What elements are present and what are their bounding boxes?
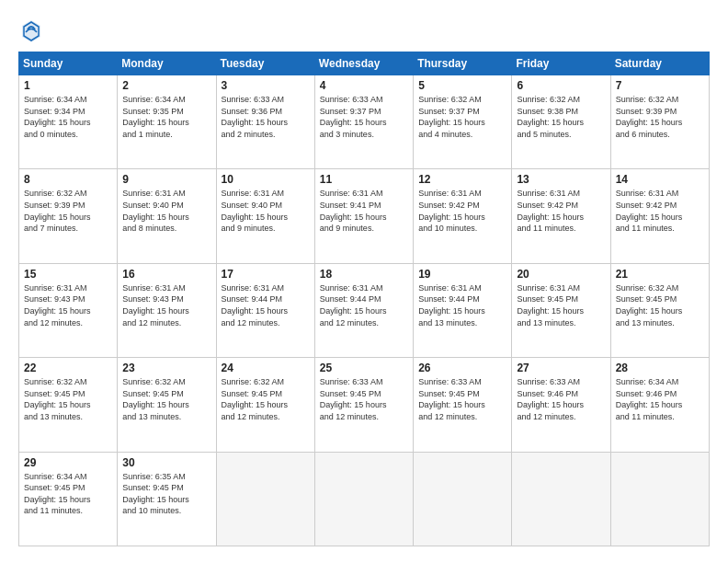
day-number: 2 — [122, 79, 210, 92]
day-info: Sunrise: 6:32 AMSunset: 9:45 PMDaylight:… — [24, 376, 112, 422]
col-friday: Friday — [512, 52, 610, 75]
table-row: 23Sunrise: 6:32 AMSunset: 9:45 PMDayligh… — [118, 358, 216, 452]
day-info: Sunrise: 6:32 AMSunset: 9:45 PMDaylight:… — [122, 376, 210, 422]
day-info: Sunrise: 6:31 AMSunset: 9:45 PMDaylight:… — [517, 282, 605, 328]
table-row: 25Sunrise: 6:33 AMSunset: 9:45 PMDayligh… — [314, 358, 413, 452]
col-wednesday: Wednesday — [314, 52, 413, 75]
day-number: 26 — [418, 362, 506, 374]
day-number: 28 — [616, 362, 704, 374]
day-info: Sunrise: 6:31 AMSunset: 9:42 PMDaylight:… — [517, 188, 605, 234]
day-info: Sunrise: 6:32 AMSunset: 9:39 PMDaylight:… — [24, 188, 112, 234]
table-row — [512, 452, 610, 546]
day-number: 29 — [24, 456, 112, 469]
table-row: 20Sunrise: 6:31 AMSunset: 9:45 PMDayligh… — [512, 263, 610, 357]
calendar-week-5: 29Sunrise: 6:34 AMSunset: 9:45 PMDayligh… — [19, 452, 710, 546]
day-info: Sunrise: 6:34 AMSunset: 9:34 PMDaylight:… — [24, 94, 112, 140]
calendar-header-row: Sunday Monday Tuesday Wednesday Thursday… — [19, 52, 710, 75]
table-row: 3Sunrise: 6:33 AMSunset: 9:36 PMDaylight… — [216, 75, 314, 169]
day-info: Sunrise: 6:33 AMSunset: 9:36 PMDaylight:… — [222, 94, 310, 140]
day-info: Sunrise: 6:35 AMSunset: 9:45 PMDaylight:… — [122, 471, 210, 517]
svg-marker-0 — [22, 20, 40, 42]
table-row: 13Sunrise: 6:31 AMSunset: 9:42 PMDayligh… — [512, 169, 610, 263]
day-number: 20 — [517, 268, 605, 281]
calendar-week-4: 22Sunrise: 6:32 AMSunset: 9:45 PMDayligh… — [19, 358, 710, 452]
day-number: 3 — [222, 79, 310, 92]
day-number: 24 — [222, 362, 310, 374]
day-info: Sunrise: 6:31 AMSunset: 9:42 PMDaylight:… — [616, 188, 704, 234]
day-number: 17 — [222, 268, 310, 281]
table-row: 16Sunrise: 6:31 AMSunset: 9:43 PMDayligh… — [118, 263, 216, 357]
day-number: 25 — [320, 362, 408, 374]
day-number: 1 — [24, 79, 112, 92]
day-number: 23 — [122, 362, 210, 374]
day-info: Sunrise: 6:32 AMSunset: 9:38 PMDaylight:… — [517, 94, 605, 140]
table-row: 18Sunrise: 6:31 AMSunset: 9:44 PMDayligh… — [314, 263, 413, 357]
day-info: Sunrise: 6:31 AMSunset: 9:44 PMDaylight:… — [222, 282, 310, 328]
table-row: 15Sunrise: 6:31 AMSunset: 9:43 PMDayligh… — [19, 263, 118, 357]
day-number: 12 — [418, 173, 506, 186]
day-number: 18 — [320, 268, 408, 281]
day-info: Sunrise: 6:31 AMSunset: 9:40 PMDaylight:… — [122, 188, 210, 234]
table-row: 1Sunrise: 6:34 AMSunset: 9:34 PMDaylight… — [19, 75, 118, 169]
day-number: 11 — [320, 173, 408, 186]
calendar-week-3: 15Sunrise: 6:31 AMSunset: 9:43 PMDayligh… — [19, 263, 710, 357]
day-info: Sunrise: 6:34 AMSunset: 9:46 PMDaylight:… — [616, 376, 704, 422]
day-number: 6 — [517, 79, 605, 92]
col-monday: Monday — [118, 52, 216, 75]
calendar-table: Sunday Monday Tuesday Wednesday Thursday… — [18, 52, 710, 546]
header — [18, 17, 710, 42]
calendar-week-1: 1Sunrise: 6:34 AMSunset: 9:34 PMDaylight… — [19, 75, 710, 169]
table-row: 12Sunrise: 6:31 AMSunset: 9:42 PMDayligh… — [414, 169, 512, 263]
table-row: 24Sunrise: 6:32 AMSunset: 9:45 PMDayligh… — [216, 358, 314, 452]
table-row: 8Sunrise: 6:32 AMSunset: 9:39 PMDaylight… — [19, 169, 118, 263]
day-info: Sunrise: 6:31 AMSunset: 9:42 PMDaylight:… — [418, 188, 506, 234]
day-number: 14 — [616, 173, 704, 186]
col-saturday: Saturday — [610, 52, 709, 75]
day-number: 21 — [616, 268, 704, 281]
day-number: 30 — [122, 456, 210, 469]
day-info: Sunrise: 6:33 AMSunset: 9:37 PMDaylight:… — [320, 94, 408, 140]
day-info: Sunrise: 6:32 AMSunset: 9:45 PMDaylight:… — [222, 376, 310, 422]
page: Sunday Monday Tuesday Wednesday Thursday… — [0, 0, 728, 563]
day-number: 5 — [418, 79, 506, 92]
table-row: 27Sunrise: 6:33 AMSunset: 9:46 PMDayligh… — [512, 358, 610, 452]
day-info: Sunrise: 6:31 AMSunset: 9:44 PMDaylight:… — [418, 282, 506, 328]
day-info: Sunrise: 6:32 AMSunset: 9:39 PMDaylight:… — [616, 94, 704, 140]
day-info: Sunrise: 6:32 AMSunset: 9:45 PMDaylight:… — [616, 282, 704, 328]
table-row: 14Sunrise: 6:31 AMSunset: 9:42 PMDayligh… — [610, 169, 709, 263]
table-row: 17Sunrise: 6:31 AMSunset: 9:44 PMDayligh… — [216, 263, 314, 357]
day-info: Sunrise: 6:31 AMSunset: 9:43 PMDaylight:… — [122, 282, 210, 328]
day-number: 7 — [616, 79, 704, 92]
day-number: 10 — [222, 173, 310, 186]
table-row: 22Sunrise: 6:32 AMSunset: 9:45 PMDayligh… — [19, 358, 118, 452]
table-row: 6Sunrise: 6:32 AMSunset: 9:38 PMDaylight… — [512, 75, 610, 169]
table-row — [314, 452, 413, 546]
table-row: 28Sunrise: 6:34 AMSunset: 9:46 PMDayligh… — [610, 358, 709, 452]
table-row: 4Sunrise: 6:33 AMSunset: 9:37 PMDaylight… — [314, 75, 413, 169]
table-row: 26Sunrise: 6:33 AMSunset: 9:45 PMDayligh… — [414, 358, 512, 452]
day-number: 16 — [122, 268, 210, 281]
col-thursday: Thursday — [414, 52, 512, 75]
table-row: 2Sunrise: 6:34 AMSunset: 9:35 PMDaylight… — [118, 75, 216, 169]
table-row: 10Sunrise: 6:31 AMSunset: 9:40 PMDayligh… — [216, 169, 314, 263]
table-row: 11Sunrise: 6:31 AMSunset: 9:41 PMDayligh… — [314, 169, 413, 263]
day-number: 4 — [320, 79, 408, 92]
day-number: 15 — [24, 268, 112, 281]
table-row: 21Sunrise: 6:32 AMSunset: 9:45 PMDayligh… — [610, 263, 709, 357]
logo — [18, 17, 48, 42]
table-row: 5Sunrise: 6:32 AMSunset: 9:37 PMDaylight… — [414, 75, 512, 169]
col-tuesday: Tuesday — [216, 52, 314, 75]
day-info: Sunrise: 6:31 AMSunset: 9:41 PMDaylight:… — [320, 188, 408, 234]
day-info: Sunrise: 6:32 AMSunset: 9:37 PMDaylight:… — [418, 94, 506, 140]
table-row — [414, 452, 512, 546]
table-row — [216, 452, 314, 546]
day-info: Sunrise: 6:33 AMSunset: 9:46 PMDaylight:… — [517, 376, 605, 422]
day-number: 22 — [24, 362, 112, 374]
day-info: Sunrise: 6:31 AMSunset: 9:40 PMDaylight:… — [222, 188, 310, 234]
logo-icon — [18, 17, 44, 42]
day-number: 13 — [517, 173, 605, 186]
table-row: 9Sunrise: 6:31 AMSunset: 9:40 PMDaylight… — [118, 169, 216, 263]
day-number: 9 — [122, 173, 210, 186]
table-row: 30Sunrise: 6:35 AMSunset: 9:45 PMDayligh… — [118, 452, 216, 546]
calendar-week-2: 8Sunrise: 6:32 AMSunset: 9:39 PMDaylight… — [19, 169, 710, 263]
